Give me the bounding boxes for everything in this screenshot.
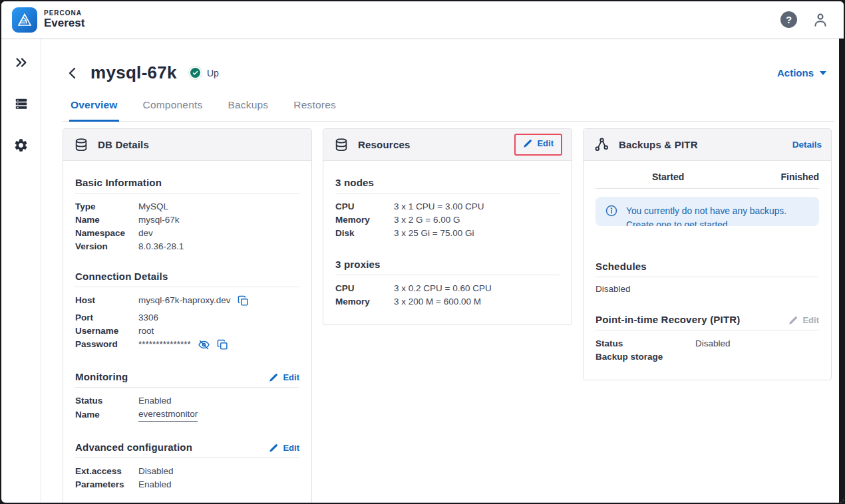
- brand-text: PERCONA Everest: [44, 10, 84, 29]
- schedules-value: Disabled: [595, 284, 819, 294]
- sidebar-item-databases[interactable]: [9, 92, 33, 116]
- tab-bar: Overview Components Backups Restores: [63, 99, 834, 122]
- user-account-icon[interactable]: [812, 11, 829, 29]
- backups-table-header: Started Finished: [595, 161, 819, 182]
- databases-list-icon: [14, 96, 29, 111]
- detail-row: TypeMySQL: [75, 200, 299, 213]
- detail-row: Host mysql-67k-haproxy.dev: [75, 294, 299, 307]
- detail-row: Nameeverestmonitor: [75, 408, 299, 422]
- backups-pitr-card: Backups & PITR Details Started Finished: [583, 128, 832, 380]
- resources-card-header: Resources Edit: [323, 129, 572, 161]
- detail-row: CPU3 x 0.2 CPU = 0.60 CPU: [335, 282, 560, 295]
- chevron-left-icon: [65, 65, 81, 81]
- sidebar-expand-button[interactable]: [9, 51, 33, 74]
- db-status: Up: [188, 68, 219, 78]
- copy-host-icon[interactable]: [238, 295, 249, 307]
- detail-row: Namespacedev: [75, 227, 299, 240]
- detail-row: Port3306: [75, 311, 299, 324]
- section-schedules: Schedules: [595, 261, 647, 272]
- actions-label: Actions: [777, 67, 814, 78]
- detail-row: Ext.accessDisabled: [75, 465, 299, 478]
- db-details-card: DB Details Basic Information TypeMySQL N…: [63, 128, 312, 503]
- copy-password-icon[interactable]: [217, 339, 228, 350]
- card-title: Backups & PITR: [619, 139, 783, 150]
- backups-network-icon: [594, 137, 609, 152]
- section-advanced-configuration: Advanced configuration: [75, 441, 192, 453]
- detail-row: Version8.0.36-28.1: [75, 240, 299, 253]
- tab-backups[interactable]: Backups: [226, 99, 269, 121]
- tab-restores[interactable]: Restores: [292, 99, 337, 121]
- db-details-card-header: DB Details: [63, 129, 311, 161]
- edit-monitoring-button[interactable]: Edit: [269, 372, 299, 382]
- section-nodes: 3 nodes: [335, 177, 374, 188]
- topbar-actions: ?: [780, 11, 829, 29]
- section-connection-details: Connection Details: [75, 271, 168, 282]
- main-content: mysql-67k Up Actions Overview Components: [41, 39, 844, 503]
- detail-row: Password ***************: [75, 338, 299, 351]
- help-icon[interactable]: ?: [780, 11, 797, 28]
- resources-card: Resources Edit 3 nodes C: [323, 128, 572, 325]
- tab-components[interactable]: Components: [142, 99, 204, 121]
- actions-button[interactable]: Actions: [777, 67, 826, 78]
- edit-resources-button[interactable]: Edit: [523, 138, 554, 148]
- brand-logo[interactable]: PERCONA Everest: [12, 7, 84, 33]
- topbar: PERCONA Everest ?: [1, 1, 844, 39]
- card-title: DB Details: [98, 139, 302, 150]
- pencil-icon: [788, 316, 798, 325]
- column-finished: Finished: [780, 172, 819, 182]
- edit-pitr-button[interactable]: Edit: [788, 315, 819, 325]
- section-basic-information: Basic Information: [75, 177, 162, 188]
- detail-row: Usernameroot: [75, 324, 299, 338]
- backups-details-link[interactable]: Details: [792, 140, 822, 150]
- status-label: Up: [207, 68, 219, 78]
- brand-secondary: Everest: [44, 17, 84, 29]
- pencil-icon: [269, 373, 278, 382]
- detail-row: StatusDisabled: [595, 337, 819, 350]
- info-icon: [605, 204, 618, 217]
- window-right-border: [839, 39, 844, 503]
- detail-row: StatusEnabled: [75, 394, 299, 408]
- status-check-icon: [190, 68, 200, 78]
- sidebar: [1, 39, 41, 503]
- percona-logo-icon: [12, 7, 37, 33]
- page-header: mysql-67k Up Actions: [63, 63, 834, 83]
- chevrons-right-icon: [14, 55, 29, 70]
- section-monitoring: Monitoring: [75, 371, 128, 382]
- gear-icon: [13, 138, 29, 153]
- alert-message: You currently do not have any backups. C…: [626, 204, 799, 219]
- detail-row: Namemysql-67k: [75, 213, 299, 227]
- chevron-down-icon: [820, 71, 826, 75]
- app-window: PERCONA Everest ?: [1, 1, 844, 503]
- no-backups-alert: You currently do not have any backups. C…: [595, 197, 819, 226]
- column-started: Started: [652, 172, 684, 182]
- database-icon: [74, 138, 88, 152]
- detail-row: ParametersEnabled: [75, 478, 299, 491]
- detail-row: Disk3 x 25 Gi = 75.00 Gi: [335, 227, 560, 240]
- backups-card-header: Backups & PITR Details: [584, 129, 831, 161]
- card-title: Resources: [358, 139, 505, 150]
- pencil-icon: [269, 443, 278, 453]
- sidebar-item-settings[interactable]: [9, 133, 33, 157]
- pencil-icon: [523, 139, 532, 148]
- detail-row: Memory3 x 2 G = 6.00 G: [335, 213, 560, 227]
- show-password-icon[interactable]: [198, 338, 210, 351]
- edit-advanced-button[interactable]: Edit: [269, 443, 299, 453]
- detail-row: Memory3 x 200 M = 600.00 M: [335, 295, 560, 309]
- detail-row: CPU3 x 1 CPU = 3.00 CPU: [335, 200, 560, 213]
- page-title: mysql-67k: [90, 63, 177, 83]
- section-pitr: Point-in-time Recovery (PITR): [595, 314, 741, 325]
- detail-row: Backup storage: [595, 350, 819, 364]
- password-masked: ***************: [138, 338, 191, 351]
- section-proxies: 3 proxies: [335, 259, 381, 270]
- annotation-highlight-box: Edit: [514, 134, 562, 156]
- database-icon: [334, 138, 349, 152]
- tab-overview[interactable]: Overview: [69, 99, 119, 122]
- monitor-link[interactable]: everestmonitor: [138, 408, 198, 422]
- back-button[interactable]: [63, 63, 83, 83]
